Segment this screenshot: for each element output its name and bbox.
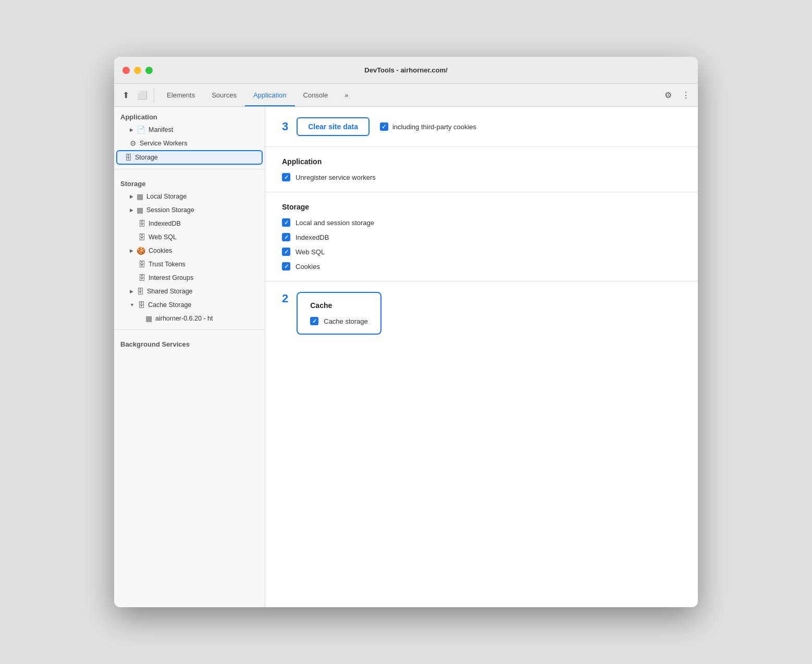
sidebar-item-storage[interactable]: 🗄 Storage bbox=[116, 150, 263, 165]
sidebar-section-storage: Storage bbox=[114, 174, 265, 190]
clear-section: 3 Clear site data including third-party … bbox=[265, 107, 698, 147]
storage-section: Storage Local and session storage Indexe… bbox=[265, 192, 698, 281]
cache-section-wrapper: 2 Cache Cache storage bbox=[265, 281, 698, 345]
option-unregister-sw: Unregister service workers bbox=[282, 173, 681, 181]
unregister-sw-checkbox[interactable] bbox=[282, 173, 290, 181]
clear-btn-wrapper: 3 Clear site data bbox=[282, 117, 370, 136]
tab-console[interactable]: Console bbox=[295, 84, 337, 106]
sidebar-section-background: Background Services bbox=[114, 334, 265, 350]
clear-site-button[interactable]: Clear site data bbox=[297, 117, 370, 136]
session-storage-icon: ▦ bbox=[137, 206, 143, 214]
sidebar-divider-1 bbox=[114, 169, 265, 169]
local-session-checkbox[interactable] bbox=[282, 218, 290, 227]
right-panel: 3 Clear site data including third-party … bbox=[265, 107, 698, 607]
sidebar-item-trust-tokens[interactable]: 🗄 Trust Tokens bbox=[114, 257, 265, 271]
tab-more[interactable]: » bbox=[336, 84, 356, 106]
tab-sources[interactable]: Sources bbox=[203, 84, 245, 106]
tab-list: Elements Sources Application Console » bbox=[158, 84, 660, 106]
cache-highlighted-box: Cache Cache storage bbox=[297, 292, 382, 335]
sidebar-item-cache-storage[interactable]: ▼ 🗄 Cache Storage bbox=[114, 298, 265, 312]
maximize-button[interactable] bbox=[145, 67, 153, 74]
sidebar-item-web-sql[interactable]: 🗄 Web SQL bbox=[114, 230, 265, 244]
cache-storage-label: Cache storage bbox=[324, 317, 368, 325]
sidebar-item-indexeddb[interactable]: 🗄 IndexedDB bbox=[114, 217, 265, 230]
cookies-label: Cookies bbox=[296, 263, 320, 270]
web-sql-label: Web SQL bbox=[296, 248, 325, 256]
option-cookies: Cookies bbox=[282, 262, 681, 270]
app-section-title: Application bbox=[282, 157, 681, 166]
cookies-checkbox[interactable] bbox=[282, 262, 290, 270]
browser-window: DevTools - airhorner.com/ ⬆ ⬜ Elements S… bbox=[114, 57, 698, 607]
sidebar-item-cookies[interactable]: ▶ 🍪 Cookies bbox=[114, 244, 265, 257]
arrow-icon: ▶ bbox=[130, 207, 133, 213]
sidebar-item-cache-entry[interactable]: ▦ airhorner-0.6.20 - ht bbox=[114, 312, 265, 325]
toolbar-right: ⚙ ⋮ bbox=[660, 88, 694, 103]
third-party-row: including third-party cookies bbox=[380, 122, 476, 131]
storage-icon: 🗄 bbox=[125, 153, 132, 162]
local-storage-icon: ▦ bbox=[137, 192, 143, 201]
cursor-icon[interactable]: ⬆ bbox=[118, 88, 133, 103]
toolbar-icon-group: ⬆ ⬜ bbox=[118, 88, 154, 103]
traffic-lights bbox=[122, 67, 153, 74]
option-cache-storage: Cache storage bbox=[310, 317, 368, 325]
cache-storage-icon: 🗄 bbox=[138, 301, 145, 309]
sidebar: Application ▶ 📄 Manifest ⚙ Service Worke… bbox=[114, 107, 265, 607]
sidebar-item-manifest[interactable]: ▶ 📄 Manifest bbox=[114, 123, 265, 137]
cache-storage-checkbox[interactable] bbox=[310, 317, 318, 325]
sidebar-item-local-storage[interactable]: ▶ ▦ Local Storage bbox=[114, 190, 265, 203]
close-button[interactable] bbox=[122, 67, 130, 74]
manifest-icon: 📄 bbox=[137, 126, 145, 134]
step3-label: 3 bbox=[282, 120, 288, 133]
unregister-sw-label: Unregister service workers bbox=[296, 174, 376, 181]
option-web-sql: Web SQL bbox=[282, 248, 681, 256]
sidebar-item-shared-storage[interactable]: ▶ 🗄 Shared Storage bbox=[114, 285, 265, 298]
sidebar-item-session-storage[interactable]: ▶ ▦ Session Storage bbox=[114, 203, 265, 217]
arrow-icon: ▶ bbox=[130, 248, 133, 253]
toolbar: ⬆ ⬜ Elements Sources Application Console… bbox=[114, 84, 698, 107]
shared-storage-icon: 🗄 bbox=[137, 287, 144, 296]
titlebar: DevTools - airhorner.com/ bbox=[114, 57, 698, 84]
arrow-icon: ▶ bbox=[130, 289, 133, 294]
minimize-button[interactable] bbox=[134, 67, 141, 74]
application-section: Application Unregister service workers bbox=[265, 147, 698, 192]
sidebar-item-interest-groups[interactable]: 🗄 Interest Groups bbox=[114, 271, 265, 285]
sidebar-divider-2 bbox=[114, 329, 265, 330]
inspect-icon[interactable]: ⬜ bbox=[135, 88, 150, 103]
arrow-down-icon: ▼ bbox=[130, 302, 134, 308]
web-sql-icon: 🗄 bbox=[138, 233, 145, 241]
arrow-icon: ▶ bbox=[130, 194, 133, 199]
web-sql-checkbox[interactable] bbox=[282, 248, 290, 256]
tab-application[interactable]: Application bbox=[245, 84, 295, 106]
indexeddb-checkbox[interactable] bbox=[282, 233, 290, 241]
option-local-session: Local and session storage bbox=[282, 218, 681, 227]
indexeddb-label: IndexedDB bbox=[296, 233, 329, 241]
option-indexeddb: IndexedDB bbox=[282, 233, 681, 241]
storage-section-title: Storage bbox=[282, 203, 681, 211]
interest-groups-icon: 🗄 bbox=[138, 274, 145, 282]
cache-section-title: Cache bbox=[310, 301, 368, 310]
third-party-checkbox[interactable] bbox=[380, 122, 388, 131]
window-title: DevTools - airhorner.com/ bbox=[364, 66, 447, 74]
sidebar-section-application: Application bbox=[114, 107, 265, 123]
main-content: Application ▶ 📄 Manifest ⚙ Service Worke… bbox=[114, 107, 698, 607]
third-party-label: including third-party cookies bbox=[392, 123, 476, 131]
settings-icon[interactable]: ⚙ bbox=[660, 88, 676, 103]
cache-entry-icon: ▦ bbox=[145, 314, 152, 323]
cookies-icon: 🍪 bbox=[137, 247, 145, 255]
more-options-icon[interactable]: ⋮ bbox=[678, 88, 694, 103]
indexeddb-icon: 🗄 bbox=[138, 219, 145, 228]
trust-tokens-icon: 🗄 bbox=[138, 260, 145, 268]
step2-label: 2 bbox=[282, 292, 288, 305]
tab-elements[interactable]: Elements bbox=[158, 84, 203, 106]
gear-icon: ⚙ bbox=[130, 139, 137, 147]
sidebar-item-service-workers[interactable]: ⚙ Service Workers bbox=[114, 137, 265, 150]
local-session-label: Local and session storage bbox=[296, 219, 374, 227]
arrow-icon: ▶ bbox=[130, 127, 133, 132]
